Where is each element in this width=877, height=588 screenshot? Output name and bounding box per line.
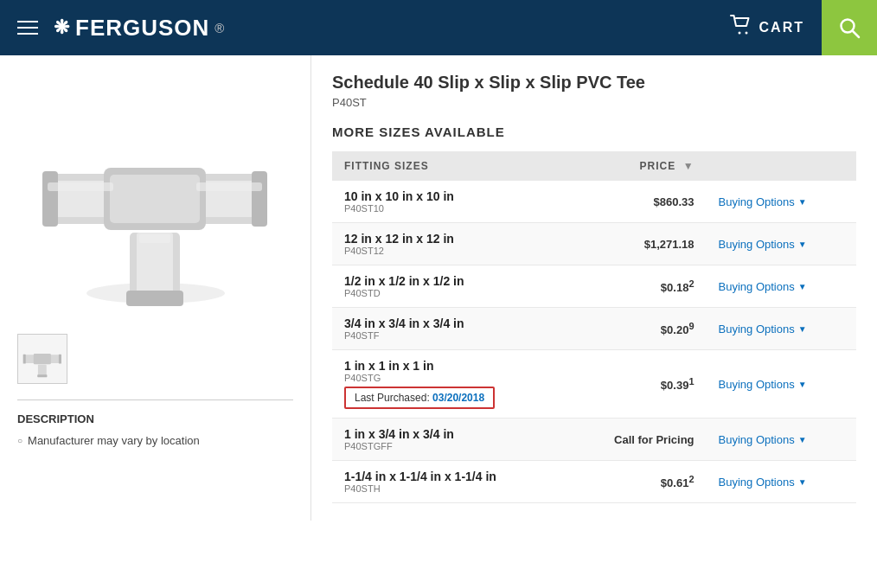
size-name: 12 in x 12 in x 12 in [344,232,555,246]
buying-options-label: Buying Options [719,378,795,391]
price-cell: $860.33 [567,181,707,223]
price-sort-icon[interactable]: ▼ [683,160,695,172]
svg-rect-13 [42,171,58,227]
table-row: 1 in x 3/4 in x 3/4 inP40STGFFCall for P… [332,419,856,461]
svg-line-3 [853,31,860,38]
logo-registered: ® [214,21,225,35]
buying-options-label: Buying Options [719,195,795,208]
table-row: 1/2 in x 1/2 in x 1/2 inP40STD$0.182Buyi… [332,265,856,308]
size-cell: 3/4 in x 3/4 in x 3/4 inP40STF [332,308,567,350]
product-title: Schedule 40 Slip x Slip x Slip PVC Tee [332,73,856,93]
cart-label: CART [759,20,804,35]
buying-options-cell: Buying Options ▼ [707,419,856,461]
buying-options-dropdown-icon: ▼ [798,435,807,444]
size-cell: 10 in x 10 in x 10 inP40ST10 [332,181,567,223]
last-purchased-box: Last Purchased: 03/20/2018 [344,387,495,409]
price-cell: $0.209 [567,308,707,350]
buying-options-button[interactable]: Buying Options ▼ [719,323,807,336]
cart-button[interactable]: CART [713,0,822,55]
price-cell: $0.391 [567,350,707,419]
size-name: 10 in x 10 in x 10 in [344,189,555,203]
col-fitting-sizes: FITTING SIZES [332,151,567,181]
logo[interactable]: ❋ FERGUSON ® [54,15,225,42]
size-code: P40STF [344,330,555,341]
size-name: 3/4 in x 3/4 in x 3/4 in [344,316,555,330]
buying-options-dropdown-icon: ▼ [798,240,807,249]
size-cell: 1/2 in x 1/2 in x 1/2 inP40STD [332,265,567,308]
divider [17,399,293,400]
svg-rect-24 [59,355,61,364]
svg-point-1 [745,32,747,35]
svg-rect-21 [38,365,47,376]
buying-options-cell: Buying Options ▼ [707,223,856,265]
price-superscript: 2 [688,278,694,289]
price-superscript: 9 [688,321,694,331]
buying-options-button[interactable]: Buying Options ▼ [719,476,807,489]
buying-options-button[interactable]: Buying Options ▼ [719,238,807,251]
table-row: 1 in x 1 in x 1 inP40STGLast Purchased: … [332,350,856,419]
search-button[interactable] [822,0,877,55]
svg-rect-14 [252,171,267,227]
size-code: P40ST12 [344,246,555,256]
left-panel: DESCRIPTION Manufacturer may vary by loc… [0,55,311,521]
buying-options-label: Buying Options [719,238,795,251]
description-item: Manufacturer may vary by location [17,434,293,447]
main-content: DESCRIPTION Manufacturer may vary by loc… [0,55,877,521]
price-superscript: 1 [688,376,694,387]
table-row: 12 in x 12 in x 12 inP40ST12$1,271.18Buy… [332,223,856,265]
price-cell: Call for Pricing [567,419,707,461]
size-name: 1 in x 1 in x 1 in [344,359,555,373]
table-header-row: FITTING SIZES PRICE ▼ [332,151,856,181]
price-superscript: 2 [688,474,694,484]
svg-rect-17 [196,182,262,191]
buying-options-cell: Buying Options ▼ [707,265,856,308]
menu-button[interactable] [14,17,42,38]
buying-options-label: Buying Options [719,280,795,293]
logo-text: FERGUSON [75,15,209,42]
buying-options-dropdown-icon: ▼ [798,324,807,334]
col-price: PRICE ▼ [567,151,707,181]
svg-rect-15 [126,291,183,306]
table-row: 10 in x 10 in x 10 inP40ST10$860.33Buyin… [332,181,856,223]
description-list: Manufacturer may vary by location [17,434,293,447]
sizes-table: FITTING SIZES PRICE ▼ 10 in x 10 in x 10… [332,151,856,503]
svg-rect-12 [110,175,200,223]
buying-options-button[interactable]: Buying Options ▼ [719,433,807,446]
price-cell: $0.612 [567,461,707,503]
last-purchased-date: 03/20/2018 [432,392,484,404]
price-cell: $0.182 [567,265,707,308]
size-name: 1-1/4 in x 1-1/4 in x 1-1/4 in [344,470,555,483]
price-cell: $1,271.18 [567,223,707,265]
size-cell: 12 in x 12 in x 12 inP40ST12 [332,223,567,265]
cart-icon [730,15,752,41]
buying-options-button[interactable]: Buying Options ▼ [719,280,807,293]
buying-options-label: Buying Options [719,323,795,336]
size-code: P40STGFF [344,441,555,451]
table-row: 3/4 in x 3/4 in x 3/4 inP40STF$0.209Buyi… [332,308,856,350]
buying-options-dropdown-icon: ▼ [798,477,807,487]
logo-icon: ❋ [54,16,70,39]
buying-options-dropdown-icon: ▼ [798,197,807,207]
buying-options-dropdown-icon: ▼ [798,282,807,291]
buying-options-cell: Buying Options ▼ [707,308,856,350]
product-sku: P40ST [332,96,856,109]
buying-options-dropdown-icon: ▼ [798,380,807,389]
buying-options-button[interactable]: Buying Options ▼ [719,195,807,208]
buying-options-label: Buying Options [719,476,795,489]
more-sizes-label: MORE SIZES AVAILABLE [332,125,856,139]
buying-options-label: Buying Options [719,433,795,446]
size-cell: 1 in x 1 in x 1 inP40STGLast Purchased: … [332,350,567,419]
size-name: 1/2 in x 1/2 in x 1/2 in [344,274,555,288]
description-title: DESCRIPTION [17,412,293,425]
svg-rect-16 [48,182,113,191]
product-image [17,73,294,323]
table-row: 1-1/4 in x 1-1/4 in x 1-1/4 inP40STH$0.6… [332,461,856,503]
size-code: P40STG [344,373,555,383]
svg-rect-22 [34,354,51,364]
svg-rect-23 [23,355,26,364]
buying-options-button[interactable]: Buying Options ▼ [719,378,807,391]
svg-point-0 [738,32,740,35]
thumbnail-image[interactable] [17,334,67,384]
right-panel: Schedule 40 Slip x Slip x Slip PVC Tee P… [311,55,877,521]
size-name: 1 in x 3/4 in x 3/4 in [344,427,555,441]
